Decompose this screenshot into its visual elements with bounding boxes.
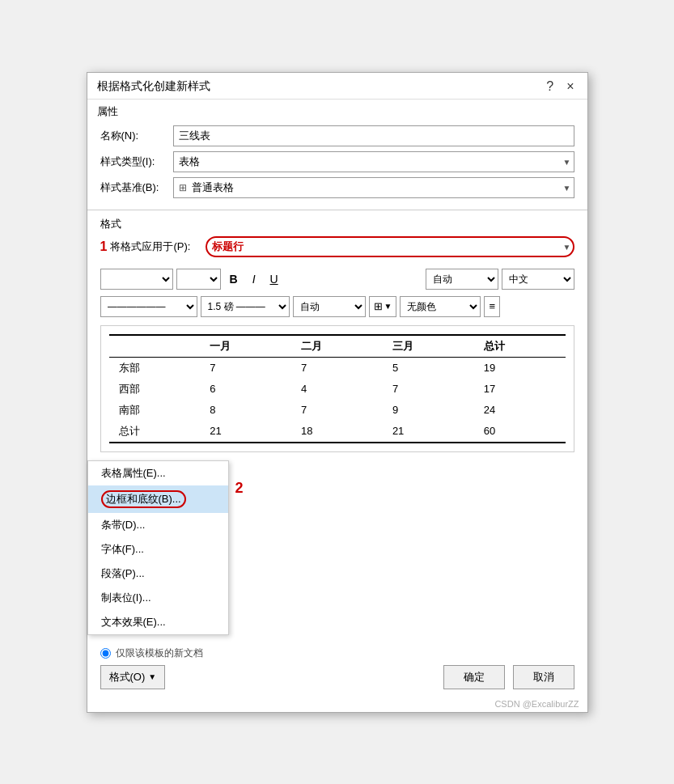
grid-icon: ⊞ bbox=[374, 300, 383, 312]
border-icon-button[interactable]: ≡ bbox=[484, 296, 500, 317]
auto-select[interactable]: 自动 bbox=[426, 269, 498, 290]
table-header-1: 一月 bbox=[200, 335, 291, 358]
table-cell-0-4: 19 bbox=[474, 357, 566, 379]
line-style-wrap: —————— bbox=[100, 296, 197, 317]
table-cell-3-3: 21 bbox=[383, 421, 474, 443]
table-cell-0-1: 7 bbox=[200, 357, 291, 379]
style-type-select-wrap: 表格 ▼ bbox=[173, 151, 574, 172]
name-label: 名称(N): bbox=[100, 129, 173, 143]
annotation-2: 2 bbox=[235, 480, 244, 497]
properties-form: 名称(N): 三线表 样式类型(I): 表格 ▼ 样式基准(B): ⊞ 普通表格… bbox=[87, 122, 587, 206]
preview-table: 一月 二月 三月 总计 东部77519西部64717南部87924总计21182… bbox=[109, 334, 566, 443]
bottom-hint: 仅限该模板的新文档 bbox=[116, 646, 203, 660]
table-cell-3-4: 60 bbox=[474, 421, 566, 443]
watermark: CSDN @ExcaliburZZ bbox=[87, 697, 587, 712]
auto2-select-wrap: 自动 bbox=[293, 296, 366, 317]
base-style-select-wrap: ⊞ 普通表格 ▼ bbox=[173, 177, 574, 198]
format-button[interactable]: 格式(O) ▼ bbox=[100, 665, 166, 689]
toolbar-row-1: B I U 自动 中文 bbox=[87, 265, 587, 293]
toolbar-row-2: —————— 1.5 磅 ——— 自动 ⊞ ▼ 无颜色 ≡ bbox=[87, 293, 587, 320]
table-cell-2-2: 7 bbox=[291, 400, 383, 421]
properties-section-label: 属性 bbox=[87, 100, 587, 122]
fill-color-wrap: 无颜色 bbox=[400, 296, 481, 317]
font-select-wrap bbox=[100, 269, 173, 290]
bold-button[interactable]: B bbox=[224, 269, 244, 290]
cancel-button[interactable]: 取消 bbox=[513, 665, 574, 689]
table-header-3: 三月 bbox=[383, 335, 474, 358]
auto2-select[interactable]: 自动 bbox=[293, 296, 366, 317]
context-menu: 表格属性(E)...边框和底纹(B)...条带(D)...字体(F)...段落(… bbox=[87, 460, 229, 635]
fill-color-select[interactable]: 无颜色 bbox=[400, 296, 481, 317]
ok-button[interactable]: 确定 bbox=[443, 665, 505, 689]
table-row: 南部87924 bbox=[109, 400, 566, 421]
preview-area: 一月 二月 三月 总计 东部77519西部64717南部87924总计21182… bbox=[100, 325, 574, 452]
table-header-2: 二月 bbox=[291, 335, 383, 358]
bottom-area: 仅限该模板的新文档 格式(O) ▼ 确定 取消 bbox=[87, 642, 587, 697]
dialog: 根据格式化创建新样式 ? × 属性 名称(N): 三线表 样式类型(I): 表格… bbox=[87, 72, 588, 713]
grid-chevron: ▼ bbox=[384, 302, 392, 311]
thickness-select[interactable]: 1.5 磅 ——— bbox=[201, 296, 290, 317]
table-row: 东部77519 bbox=[109, 357, 566, 379]
style-type-value[interactable]: 表格 bbox=[173, 151, 574, 172]
hint-row: 仅限该模板的新文档 bbox=[100, 646, 574, 660]
table-row: 总计21182160 bbox=[109, 421, 566, 443]
line-style-select[interactable]: —————— bbox=[100, 296, 197, 317]
base-style-label: 样式基准(B): bbox=[100, 180, 173, 195]
thickness-wrap: 1.5 磅 ——— bbox=[201, 296, 290, 317]
table-header-row: 一月 二月 三月 总计 bbox=[109, 335, 566, 358]
table-cell-2-1: 8 bbox=[200, 400, 291, 421]
template-radio[interactable] bbox=[100, 648, 111, 659]
table-header-0 bbox=[109, 335, 201, 358]
name-row: 名称(N): 三线表 bbox=[100, 125, 574, 146]
italic-button[interactable]: I bbox=[247, 269, 261, 290]
context-menu-item[interactable]: 制表位(I)... bbox=[88, 586, 228, 610]
table-cell-0-3: 5 bbox=[383, 357, 474, 379]
context-menu-item[interactable]: 段落(P)... bbox=[88, 562, 228, 586]
annotation-1: 1 bbox=[100, 239, 108, 254]
table-cell-1-2: 4 bbox=[291, 379, 383, 400]
close-button[interactable]: × bbox=[563, 79, 577, 94]
name-input[interactable]: 三线表 bbox=[173, 125, 574, 146]
format-btn-label: 格式(O) bbox=[109, 670, 146, 684]
context-menu-area: 表格属性(E)...边框和底纹(B)...条带(D)...字体(F)...段落(… bbox=[87, 457, 587, 642]
ok-cancel-group: 确定 取消 bbox=[443, 665, 574, 689]
apply-value[interactable]: 标题行 bbox=[206, 236, 574, 257]
context-menu-item[interactable]: 表格属性(E)... bbox=[88, 461, 228, 485]
apply-select-wrap: 标题行 ▼ bbox=[206, 236, 574, 257]
table-cell-3-0: 总计 bbox=[109, 421, 201, 443]
font-select[interactable] bbox=[100, 269, 173, 290]
base-style-icon: ⊞ bbox=[179, 182, 187, 193]
size-select[interactable] bbox=[176, 269, 221, 290]
table-cell-2-4: 24 bbox=[474, 400, 566, 421]
underline-button[interactable]: U bbox=[265, 269, 284, 290]
table-cell-1-1: 6 bbox=[200, 379, 291, 400]
format-section-label: 格式 bbox=[87, 214, 587, 233]
border-icon: ≡ bbox=[489, 300, 495, 312]
title-bar: 根据格式化创建新样式 ? × bbox=[87, 73, 587, 100]
base-style-value[interactable]: ⊞ 普通表格 bbox=[173, 177, 574, 198]
style-type-label: 样式类型(I): bbox=[100, 155, 173, 169]
bottom-buttons: 格式(O) ▼ 确定 取消 bbox=[100, 665, 574, 689]
format-btn-chevron: ▼ bbox=[148, 672, 156, 681]
table-cell-2-0: 南部 bbox=[109, 400, 201, 421]
context-menu-item[interactable]: 字体(F)... bbox=[88, 537, 228, 562]
context-menu-item[interactable]: 文本效果(E)... bbox=[88, 610, 228, 634]
title-bar-controls: ? × bbox=[543, 79, 577, 94]
context-menu-item[interactable]: 边框和底纹(B)... bbox=[88, 485, 228, 513]
style-type-row: 样式类型(I): 表格 ▼ bbox=[100, 151, 574, 172]
lang-select[interactable]: 中文 bbox=[502, 269, 574, 290]
table-cell-2-3: 9 bbox=[383, 400, 474, 421]
table-header-4: 总计 bbox=[474, 335, 566, 358]
size-select-wrap bbox=[176, 269, 221, 290]
table-cell-1-3: 7 bbox=[383, 379, 474, 400]
dialog-title: 根据格式化创建新样式 bbox=[97, 79, 210, 94]
table-cell-1-4: 17 bbox=[474, 379, 566, 400]
apply-row: 1 将格式应用于(P): 标题行 ▼ bbox=[100, 236, 574, 257]
lang-select-wrap: 中文 bbox=[502, 269, 574, 290]
table-cell-0-0: 东部 bbox=[109, 357, 201, 379]
apply-label: 1 将格式应用于(P): bbox=[100, 239, 206, 254]
table-cell-3-1: 21 bbox=[200, 421, 291, 443]
context-menu-item[interactable]: 条带(D)... bbox=[88, 513, 228, 537]
help-button[interactable]: ? bbox=[543, 79, 557, 94]
grid-button[interactable]: ⊞ ▼ bbox=[369, 296, 397, 317]
